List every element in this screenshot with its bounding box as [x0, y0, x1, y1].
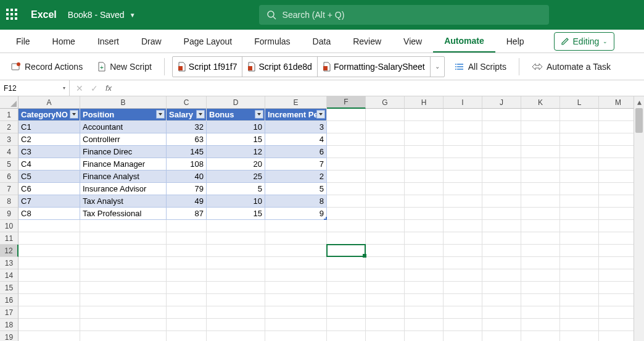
cell[interactable] — [167, 257, 207, 269]
tab-insert[interactable]: Insert — [86, 30, 130, 53]
cell[interactable] — [599, 269, 638, 282]
tab-automate[interactable]: Automate — [433, 30, 495, 53]
tab-page-layout[interactable]: Page Layout — [173, 30, 244, 53]
cell[interactable] — [366, 158, 405, 170]
cell[interactable] — [444, 294, 482, 306]
cell[interactable] — [19, 331, 80, 341]
cell[interactable]: 2 — [265, 170, 327, 183]
cell[interactable] — [560, 257, 599, 269]
cell[interactable] — [405, 331, 444, 341]
tab-home[interactable]: Home — [41, 30, 86, 53]
row-header-5[interactable]: 5 — [0, 158, 19, 170]
cell[interactable]: C8 — [19, 208, 80, 220]
cell[interactable] — [265, 232, 327, 245]
cell[interactable] — [327, 319, 366, 331]
cell[interactable]: 20 — [207, 158, 265, 170]
cell[interactable] — [444, 158, 482, 170]
cell[interactable] — [560, 220, 599, 232]
cell[interactable] — [560, 269, 599, 282]
column-header-L[interactable]: L — [560, 96, 599, 109]
cell[interactable] — [265, 306, 327, 319]
row-header-15[interactable]: 15 — [0, 282, 19, 294]
row-header-7[interactable]: 7 — [0, 183, 19, 195]
cell[interactable]: 5 — [207, 183, 265, 195]
cell[interactable] — [366, 306, 405, 319]
cell[interactable] — [521, 109, 560, 121]
cell[interactable]: 63 — [167, 133, 207, 146]
cell[interactable] — [207, 232, 265, 245]
cell[interactable]: 108 — [167, 158, 207, 170]
cell[interactable] — [366, 109, 405, 121]
cell[interactable] — [444, 183, 482, 195]
vertical-scrollbar[interactable]: ▴ — [634, 96, 644, 341]
cell[interactable] — [405, 245, 444, 257]
cell[interactable] — [366, 232, 405, 245]
cell[interactable] — [599, 158, 638, 170]
cell[interactable] — [599, 109, 638, 121]
cell[interactable] — [327, 158, 366, 170]
all-scripts-button[interactable]: All Scripts — [450, 59, 511, 74]
cell[interactable]: Finance Direc — [80, 146, 167, 158]
cell[interactable] — [599, 133, 638, 146]
tab-view[interactable]: View — [392, 30, 433, 53]
cell[interactable] — [405, 269, 444, 282]
cell[interactable]: 32 — [167, 121, 207, 133]
cell[interactable]: 10 — [207, 121, 265, 133]
cell[interactable] — [80, 294, 167, 306]
cell[interactable]: Controllerr — [80, 133, 167, 146]
cell[interactable] — [405, 146, 444, 158]
cell[interactable] — [167, 269, 207, 282]
cell[interactable] — [482, 232, 521, 245]
cell[interactable] — [521, 183, 560, 195]
cell[interactable]: 9 — [265, 208, 327, 220]
cell[interactable] — [207, 319, 265, 331]
cell[interactable] — [80, 282, 167, 294]
cell[interactable] — [265, 245, 327, 257]
filter-dropdown-button[interactable] — [156, 110, 165, 119]
cell[interactable] — [482, 208, 521, 220]
cell[interactable] — [521, 208, 560, 220]
cell[interactable] — [207, 294, 265, 306]
tab-data[interactable]: Data — [302, 30, 342, 53]
cell[interactable]: C1 — [19, 121, 80, 133]
row-header-4[interactable]: 4 — [0, 146, 19, 158]
cell[interactable] — [444, 195, 482, 208]
cell[interactable] — [599, 170, 638, 183]
cell[interactable] — [482, 133, 521, 146]
cell[interactable] — [405, 220, 444, 232]
cell[interactable] — [482, 183, 521, 195]
cell[interactable]: C5 — [19, 170, 80, 183]
cell[interactable] — [444, 208, 482, 220]
cell[interactable] — [405, 170, 444, 183]
cell[interactable] — [521, 282, 560, 294]
cell[interactable] — [405, 294, 444, 306]
script-item-1[interactable]: Script 61de8d — [242, 57, 317, 77]
cell[interactable] — [80, 245, 167, 257]
cell[interactable] — [207, 257, 265, 269]
cell[interactable] — [560, 331, 599, 341]
cell[interactable]: Accountant — [80, 121, 167, 133]
cell[interactable] — [327, 282, 366, 294]
cell[interactable]: Insurance Advisor — [80, 183, 167, 195]
cell[interactable] — [265, 319, 327, 331]
column-header-F[interactable]: F — [327, 96, 366, 109]
cell[interactable] — [482, 109, 521, 121]
filter-dropdown-button[interactable] — [316, 110, 325, 119]
cell[interactable] — [482, 331, 521, 341]
cell[interactable] — [444, 331, 482, 341]
cell[interactable] — [366, 195, 405, 208]
cell[interactable]: C7 — [19, 195, 80, 208]
row-header-8[interactable]: 8 — [0, 195, 19, 208]
tab-formulas[interactable]: Formulas — [243, 30, 301, 53]
cell[interactable] — [521, 232, 560, 245]
cell[interactable]: 145 — [167, 146, 207, 158]
cell[interactable] — [405, 208, 444, 220]
cell[interactable] — [19, 294, 80, 306]
chevron-down-icon[interactable]: ▼ — [130, 12, 136, 19]
cell[interactable] — [521, 319, 560, 331]
cell[interactable] — [327, 121, 366, 133]
cell[interactable] — [19, 220, 80, 232]
app-launcher-icon[interactable] — [6, 9, 19, 21]
cell[interactable] — [207, 306, 265, 319]
cell[interactable] — [444, 170, 482, 183]
